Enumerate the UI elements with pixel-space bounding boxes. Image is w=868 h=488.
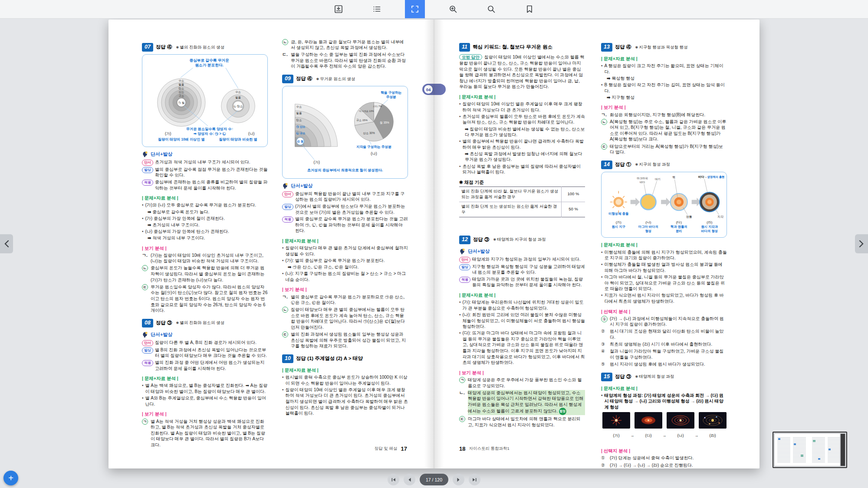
bullet-line: •별 A와 B는 주계열성으로, 중심부에서 수소 핵융합 반응이 일어난다. — [142, 395, 268, 407]
bullet-line: •(가) 중심부의 가장 안쪽에 철이 존재한다. — [142, 216, 268, 222]
search-button[interactable] — [481, 0, 501, 18]
svg-text:질량이 태양과 비슷한 별: 질량이 태양과 비슷한 별 — [219, 138, 257, 141]
svg-text:→: → — [695, 433, 699, 438]
analysis-heading: | 보기 분석 | — [601, 104, 727, 110]
svg-text:마그마의: 마그마의 — [637, 177, 648, 180]
svg-text:수소: 수소 — [235, 90, 241, 93]
topic-label: ✱별의 진화와 원소의 생성 — [175, 320, 225, 326]
analysis-item: ㄴ.태양계 성운의 중심부에서는 원시 태양이 형성되었고, 수소 핵융합 반응… — [459, 390, 585, 415]
correct-choice-mark: ① — [601, 316, 608, 322]
svg-text:(가): (가) — [613, 433, 620, 438]
clue-line: 발상별의 중심부로 갈수록 점점 무거운 원소가 존재한다는 것을 확인할 수 … — [142, 167, 268, 178]
section-number-badge: 09 — [282, 75, 293, 83]
arrow-note: ➡ ㉠은 산소, ㉡은 규소, ㉢은 철이다. — [282, 264, 408, 270]
answer-label: 정답 ③ — [156, 320, 172, 327]
first-page-button[interactable] — [388, 474, 399, 485]
table-of-contents-button[interactable] — [367, 0, 387, 18]
next-spread-arrow[interactable] — [855, 234, 868, 253]
previous-page-button[interactable] — [404, 474, 415, 485]
bullet-line: •(가)와 (나) 모두 중심부로 갈수록 무거운 원소가 분포한다. — [142, 202, 268, 208]
clue-tag: 발상 — [142, 347, 153, 354]
clue-idea-header: 단서+발상 — [142, 331, 268, 338]
correct-choice-mark: ㄱ — [142, 419, 148, 425]
analysis-heading: | 선택지 분석 | — [601, 308, 727, 314]
clue-line: 발상지구형 행성과 목성형 행성의 구성 성분을 고려하여 태양계 내 원소의 … — [459, 264, 585, 275]
correct-choice-mark: ㄴ — [282, 39, 288, 45]
svg-text:분리: 분리 — [676, 229, 682, 233]
solar-system-formation-images: (가) → (다) → (나) → (라) — [601, 412, 727, 442]
svg-text:바다의 형성: 바다의 형성 — [701, 229, 718, 233]
choice-item: ①(가) → (나) 과정에서 미행성체들이 지속적으로 충돌하여 원시 지구의… — [601, 316, 727, 328]
svg-text:무거운 원소일수록 양성자 수↑: 무거운 원소일수록 양성자 수↑ — [186, 127, 233, 131]
section-header: 10정답 (1) 주계열성 (2) A > 태양 — [282, 354, 408, 363]
correct-choice-mark: ㄴ — [601, 119, 607, 125]
svg-text:(나): (나) — [645, 220, 651, 224]
svg-text:헬륨: 헬륨 — [179, 83, 184, 86]
section-number-badge: 14 — [601, 160, 612, 169]
page-indicator[interactable]: 17 / 120 — [420, 474, 448, 485]
svg-text:규소 15%: 규소 15% — [356, 118, 368, 121]
section-header: 14정답 ①✱지구의 형성 과정 — [601, 160, 727, 169]
arrow-note: ➡ 적색 거성의 내부 구조이다. — [142, 235, 268, 241]
clue-tag: 적용 — [142, 360, 153, 366]
clue-tag: 적용 — [282, 216, 293, 223]
svg-text:질량이 태양의 10배 이상인 별: 질량이 태양의 10배 이상인 별 — [158, 138, 205, 141]
choice-item: ④철과 니켈이 가라앉아 핵을 구성하였고, 가벼운 규소성 물질이 맨틀을 구… — [601, 348, 727, 360]
preview-thumbnail[interactable] — [773, 432, 847, 468]
analysis-item: ㄱ태양계 성운은 주로 우주에서 가장 풍부한 원소인 수소와 헬륨으로 구성되… — [459, 377, 585, 389]
analysis-heading: | 문제+자료 분석 | — [459, 94, 585, 100]
svg-text:핵: 핵 — [672, 176, 675, 179]
toc-list-icon — [372, 4, 381, 14]
download-button[interactable] — [329, 0, 349, 18]
clue-idea-header: 단서+발상 — [282, 183, 408, 189]
svg-text:핵을 구성하는: 핵을 구성하는 — [381, 91, 401, 95]
next-page-button[interactable] — [453, 474, 464, 485]
svg-text:원시 지각과: 원시 지각과 — [701, 225, 718, 229]
answer-label: 정답 ③ — [473, 236, 490, 243]
clue-idea-block: 단서+발상단서초거성과 적색 거성의 내부 구조가 제시되어 있다.발상별의 중… — [142, 151, 268, 191]
chapter-tab[interactable]: 04 — [422, 84, 446, 95]
svg-text:탄소: 탄소 — [179, 87, 184, 90]
zoom-in-button[interactable] — [443, 0, 463, 18]
svg-text:(다): (다) — [645, 433, 652, 438]
svg-text:형성: 형성 — [645, 229, 651, 233]
clue-tag: 단서 — [142, 340, 153, 346]
section-header: 15정답 ③✱태양계의 형성 과정 — [601, 373, 727, 381]
svg-text:(라): (라) — [707, 220, 712, 224]
bottom-page-navigation: 17 / 120 — [388, 474, 480, 485]
svg-text:핵과 맨틀의: 핵과 맨틀의 — [671, 225, 687, 229]
add-note-button[interactable]: + — [3, 471, 18, 485]
svg-text:원소가 분포한다.: 원소가 분포한다. — [195, 63, 224, 67]
analysis-item: ㄴ금, 은, 우라늄 등과 같은 철보다 무거운 원소는 별의 내부에서 생성되… — [282, 39, 408, 51]
section-number-badge: 15 — [601, 373, 612, 381]
page-right: 04 11핵심 키워드: 철, 철보다 무거운 원소모범 답안질량이 태양의 1… — [434, 20, 760, 468]
analysis-item: ㄴ질량이 태양보다 매우 큰 별의 중심부에서는 헬륨이 모두 탄소로 바뀐 후… — [282, 307, 408, 330]
analysis-item: ㄷ무거운 원소일수록 양성자 수가 많다. 따라서 원소의 양성자 수는 철(㉠… — [142, 284, 268, 314]
svg-text:마그마 바다의: 마그마 바다의 — [638, 225, 658, 229]
section-header: 08정답 ③✱별의 진화와 원소의 생성 — [142, 319, 268, 328]
clue-line: 단서질량이 다른 두 별 A, B의 진화 경로가 제시되어 있다. — [142, 340, 268, 346]
model-answer-tag: 모범 답안 — [459, 54, 482, 60]
bullet-line: •지표가 식으면서 원시 지각이 형성되었고, 바다가 형성된 후 바다에서 최… — [601, 292, 727, 304]
svg-text:수소: 수소 — [296, 105, 302, 108]
analysis-item: ㄱ.(가)는 질량이 태양의 10배 이상인 초거성의 내부 구조이고, (나)… — [142, 252, 268, 264]
section-number-badge: 11 — [459, 43, 470, 52]
fullscreen-button[interactable] — [405, 0, 425, 18]
svg-text:지각: 지각 — [717, 215, 723, 218]
analysis-heading: | 문제+자료 분석 | — [601, 56, 727, 62]
choice-item: ⑤원시 지각이 생성된 후에 원시 바다가 생성되었다. — [601, 361, 727, 367]
svg-text:생명체의 출현: 생명체의 출현 — [707, 175, 724, 179]
clue-idea-label: 단서+발상 — [151, 151, 172, 157]
previous-spread-arrow[interactable] — [0, 234, 13, 253]
bullet-line: •미행성체가 충돌할 때 발생한 열과 방사성 원소의 붕괴열 등에 의해 마그… — [601, 262, 727, 273]
clue-line: 단서중심부의 핵융합 반응이 끝난 별의 내부 구조와 지구를 구성하는 원소의… — [282, 191, 408, 203]
section-number-badge: 07 — [142, 43, 153, 52]
analysis-item: ㄷ.별을 구성하는 수소 중 일부는 별의 진화 과정에서 수소보다 무거운 원… — [282, 52, 408, 69]
fullscreen-icon — [410, 4, 420, 14]
clue-line: 단서태양계와 지구가 형성되는 과정의 일부가 제시되어 있다. — [459, 256, 585, 263]
last-page-button[interactable] — [469, 474, 480, 485]
bookmark-button[interactable] — [519, 0, 539, 18]
analysis-heading: | 문제+자료 분석 | — [142, 195, 268, 201]
idea-head-icon — [282, 183, 289, 189]
idea-head-icon — [459, 248, 466, 255]
